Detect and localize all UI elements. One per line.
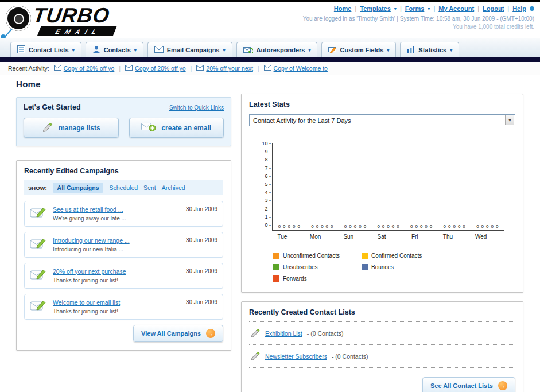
chevron-down-icon: ▾ xyxy=(223,48,225,53)
legend-swatch xyxy=(273,275,279,282)
y-tick-label: 6 - xyxy=(265,173,271,179)
stats-period-select[interactable]: Contact Activity for the Last 7 Days ▼ xyxy=(249,114,515,126)
y-tick-label: 2 - xyxy=(265,206,271,212)
bar-value-label: 0 xyxy=(311,224,313,229)
separator: | xyxy=(400,5,402,12)
tab-label: Email Campaigns xyxy=(167,46,220,53)
y-tick-label: 0 - xyxy=(265,222,271,228)
main-nav: Contact Lists ▾ Contacts ▾ Email Campaig… xyxy=(0,38,540,57)
top-nav-forms[interactable]: Forms xyxy=(405,5,425,12)
campaign-edit-icon xyxy=(30,268,47,284)
legend-item: Confirmed Contacts xyxy=(362,253,443,259)
legend-item: Unsubscribes xyxy=(273,264,355,270)
filter-all-campaigns[interactable]: All Campaigns xyxy=(53,183,104,193)
envelope-plus-icon xyxy=(141,122,156,134)
bar-group: 00000 xyxy=(471,224,504,230)
campaign-edit-icon xyxy=(30,206,47,222)
page: TURBO EMAIL Home | Templates ▾ | Forms ▾… xyxy=(0,0,540,392)
speedometer-icon xyxy=(6,6,31,31)
recent-activity-label: Recent Activity: xyxy=(8,65,49,72)
contact-list-link[interactable]: Newsletter Subscribers xyxy=(265,353,327,360)
legend-swatch xyxy=(273,253,279,259)
campaign-title-link[interactable]: 20% off your next purchase xyxy=(53,268,126,275)
campaign-date: 30 Jun 2009 xyxy=(186,299,217,305)
legend-label: Confirmed Contacts xyxy=(371,253,422,259)
tab-autoresponders[interactable]: Autoresponders ▾ xyxy=(236,42,318,57)
contact-list-row[interactable]: Newsletter Subscribers - (0 Contacts) xyxy=(249,345,515,368)
chevron-down-icon: ▾ xyxy=(72,48,75,53)
recent-activity-text: Copy of 20% off yo xyxy=(135,65,186,72)
filter-scheduled[interactable]: Scheduled xyxy=(109,184,138,191)
pencil-icon xyxy=(250,351,261,362)
top-nav-logout[interactable]: Logout xyxy=(483,5,504,12)
contact-list-row[interactable]: Exhibition List - (0 Contacts) xyxy=(249,322,515,345)
manage-lists-button[interactable]: manage lists xyxy=(24,118,119,138)
campaign-edit-icon xyxy=(30,237,47,253)
recent-activity-item[interactable]: Copy of 20% off yo xyxy=(54,65,115,72)
bar-value-label: 0 xyxy=(397,224,399,229)
bar-value-label: 0 xyxy=(415,224,417,229)
bar-value-label: 0 xyxy=(278,224,281,229)
chevron-down-icon: ▾ xyxy=(134,48,137,53)
app-logo: TURBO EMAIL xyxy=(3,5,141,38)
left-column: Let's Get Started Switch to Quick Links … xyxy=(16,97,231,351)
top-nav-help[interactable]: Help xyxy=(512,5,526,12)
bar-value-label: 0 xyxy=(476,224,479,229)
campaign-title-link[interactable]: Introducing our new range ... xyxy=(53,237,130,244)
bar-value-label: 0 xyxy=(463,224,465,229)
campaign-text: Introducing our new range ... Introducin… xyxy=(53,236,180,254)
recent-activity-item[interactable]: Copy of 20% off yo xyxy=(125,65,186,72)
tab-label: Statistics xyxy=(418,46,446,53)
contact-lists-title: Recently Created Contact Lists xyxy=(249,308,515,322)
bar-value-label: 0 xyxy=(458,224,460,229)
y-tick-label: 4 - xyxy=(265,189,271,195)
recent-activity-item[interactable]: 20% off your next xyxy=(196,65,253,72)
top-nav-home[interactable]: Home xyxy=(334,5,352,12)
campaign-title-link[interactable]: See us at the retail food ... xyxy=(53,206,123,213)
recent-activity-text: Copy of Welcome to xyxy=(274,65,328,72)
x-tick-label: Sat xyxy=(365,231,398,240)
main-content: Home Let's Get Started Switch to Quick L… xyxy=(0,75,540,392)
arrow-right-icon: → xyxy=(498,381,507,390)
header: TURBO EMAIL Home | Templates ▾ | Forms ▾… xyxy=(0,2,540,38)
bar-value-label: 0 xyxy=(496,224,498,229)
campaign-row[interactable]: See us at the retail food ... We're givi… xyxy=(24,201,223,227)
top-nav-templates[interactable]: Templates xyxy=(360,5,391,12)
tab-custom-fields[interactable]: Custom Fields ▾ xyxy=(321,42,396,57)
campaign-row[interactable]: Introducing our new range ... Introducin… xyxy=(24,232,223,258)
latest-stats-panel: Latest Stats Contact Activity for the La… xyxy=(241,94,523,293)
view-all-campaigns-button[interactable]: View All Campaigns → xyxy=(133,325,223,342)
campaign-text: Welcome to our email list Thanks for joi… xyxy=(53,298,180,316)
contact-lists-icon xyxy=(17,45,25,55)
tab-email-campaigns[interactable]: Email Campaigns ▾ xyxy=(147,42,232,57)
bar-value-label: 0 xyxy=(387,224,389,229)
switch-quick-links-link[interactable]: Switch to Quick Links xyxy=(169,104,224,111)
legend-item: Forwards xyxy=(273,275,355,282)
contact-list-link[interactable]: Exhibition List xyxy=(265,330,302,337)
bar-value-label: 0 xyxy=(331,224,333,229)
bar-value-label: 0 xyxy=(297,224,300,229)
nav-divider-bar xyxy=(0,57,540,62)
bar-value-label: 0 xyxy=(486,224,488,229)
see-all-contact-lists-button[interactable]: See All Contact Lists → xyxy=(422,377,515,392)
session-info: You are logged in as 'Timothy Smith' | S… xyxy=(303,15,534,31)
tab-statistics[interactable]: Statistics ▾ xyxy=(400,42,459,57)
show-label: SHOW: xyxy=(28,185,47,191)
filter-archived[interactable]: Archived xyxy=(162,184,185,191)
campaign-subtitle: Thanks for joining our list! xyxy=(53,277,118,284)
campaign-list: See us at the retail food ... We're givi… xyxy=(24,201,223,320)
recent-activity-item[interactable]: Copy of Welcome to xyxy=(264,65,328,72)
campaign-row[interactable]: 20% off your next purchase Thanks for jo… xyxy=(24,263,223,289)
campaign-row[interactable]: Welcome to our email list Thanks for joi… xyxy=(24,294,223,320)
legend-item: Unconfirmed Contacts xyxy=(273,253,355,259)
top-nav-my-account[interactable]: My Account xyxy=(438,5,474,12)
filter-sent[interactable]: Sent xyxy=(143,184,156,191)
tab-contact-lists[interactable]: Contact Lists ▾ xyxy=(10,42,81,57)
bar-value-label: 0 xyxy=(425,224,427,229)
campaign-title-link[interactable]: Welcome to our email list xyxy=(53,299,120,306)
tab-contacts[interactable]: Contacts ▾ xyxy=(86,42,143,57)
campaigns-title: Recently Edited Campaigns xyxy=(24,167,223,175)
create-email-button[interactable]: create an email xyxy=(129,118,224,138)
tab-label: Contact Lists xyxy=(29,46,69,53)
arrow-right-icon: → xyxy=(206,329,215,338)
